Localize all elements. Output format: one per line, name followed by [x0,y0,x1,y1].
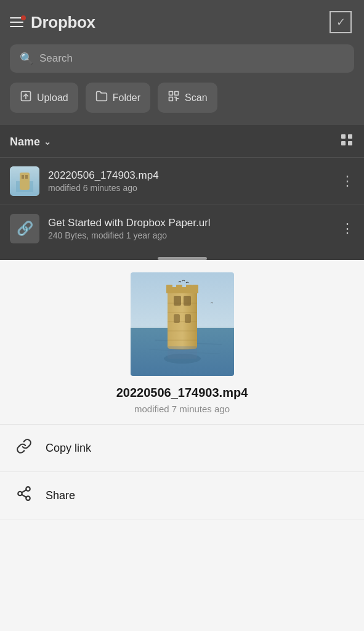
file-item-video[interactable]: 20220506_174903.mp4 modified 6 minutes a… [0,157,364,205]
checkmark-icon: ✓ [336,15,346,29]
scan-button[interactable]: Scan [158,83,217,113]
app-title: Dropbox [31,13,95,32]
bottom-panel: 20220506_174903.mp4 modified 7 minutes a… [0,260,364,519]
scan-icon [168,90,180,105]
drag-bar [158,257,207,260]
file-item-link[interactable]: 🔗 Get Started with Dropbox Paper.url 240… [0,205,364,252]
upload-button[interactable]: Upload [10,83,78,113]
more-options-link[interactable]: ⋮ [341,221,354,237]
header: Dropbox ✓ [0,0,364,42]
folder-button[interactable]: Folder [86,83,150,113]
share-icon [15,486,33,505]
search-placeholder: Search [39,52,73,65]
action-buttons: Upload Folder [0,83,364,125]
svg-rect-6 [341,134,346,139]
svg-rect-5 [169,97,173,101]
svg-rect-13 [22,175,24,179]
svg-rect-38 [192,285,198,293]
svg-rect-3 [169,92,173,96]
preview-container [0,260,364,386]
file-thumbnail-link: 🔗 [10,214,39,243]
chevron-down-icon: ⌄ [44,137,51,147]
upload-label: Upload [37,92,68,104]
svg-rect-32 [174,314,180,323]
copy-link-label: Copy link [46,442,91,455]
search-bar[interactable]: 🔍 Search [10,44,354,73]
svg-rect-14 [25,175,28,179]
file-detail: 20220506_174903.mp4 modified 7 minutes a… [0,386,364,424]
context-menu: Copy link Share [0,425,364,519]
folder-icon [95,90,108,105]
svg-rect-36 [176,285,182,293]
link-icon: 🔗 [17,221,33,237]
more-options-video[interactable]: ⋮ [341,173,354,189]
svg-rect-8 [341,141,346,145]
svg-line-44 [22,490,26,492]
file-info-link: Get Started with Dropbox Paper.url 240 B… [48,217,332,240]
svg-rect-7 [348,134,352,139]
file-meta-link: 240 Bytes, modified 1 year ago [48,230,332,240]
file-info-video: 20220506_174903.mp4 modified 6 minutes a… [48,169,332,193]
upload-icon [20,90,32,105]
scan-label: Scan [185,92,207,104]
svg-rect-35 [166,285,172,293]
grid-view-icon[interactable] [339,132,354,151]
svg-rect-33 [185,314,191,323]
file-meta-video: modified 6 minutes ago [48,183,332,193]
svg-rect-30 [174,296,181,306]
copy-link-icon [15,438,33,458]
sort-bar: Name ⌄ [0,125,364,157]
file-name-link: Get Started with Dropbox Paper.url [48,217,332,229]
svg-line-43 [22,495,26,497]
svg-rect-31 [184,296,191,306]
select-button[interactable]: ✓ [330,11,352,33]
sort-name-button[interactable]: Name ⌄ [10,136,51,149]
header-left: Dropbox [10,13,95,32]
folder-label: Folder [113,92,140,104]
menu-button[interactable] [10,17,23,27]
svg-rect-4 [175,92,179,96]
notification-dot [21,15,26,20]
file-name-video: 20220506_174903.mp4 [48,169,332,182]
share-item[interactable]: Share [0,472,364,519]
svg-rect-9 [348,141,352,145]
svg-rect-39 [168,346,197,359]
drag-handle [0,252,364,260]
preview-meta: modified 7 minutes ago [12,404,352,414]
svg-rect-37 [186,285,192,293]
file-thumbnail-video [10,166,39,196]
preview-filename: 20220506_174903.mp4 [12,386,352,400]
svg-rect-12 [20,173,30,190]
share-label: Share [46,489,75,502]
top-panel: Dropbox ✓ 🔍 Search Upload [0,0,364,260]
sort-label: Name [10,136,40,149]
copy-link-item[interactable]: Copy link [0,425,364,472]
file-list: 20220506_174903.mp4 modified 6 minutes a… [0,157,364,252]
search-icon: 🔍 [20,52,33,65]
preview-image [131,272,234,376]
